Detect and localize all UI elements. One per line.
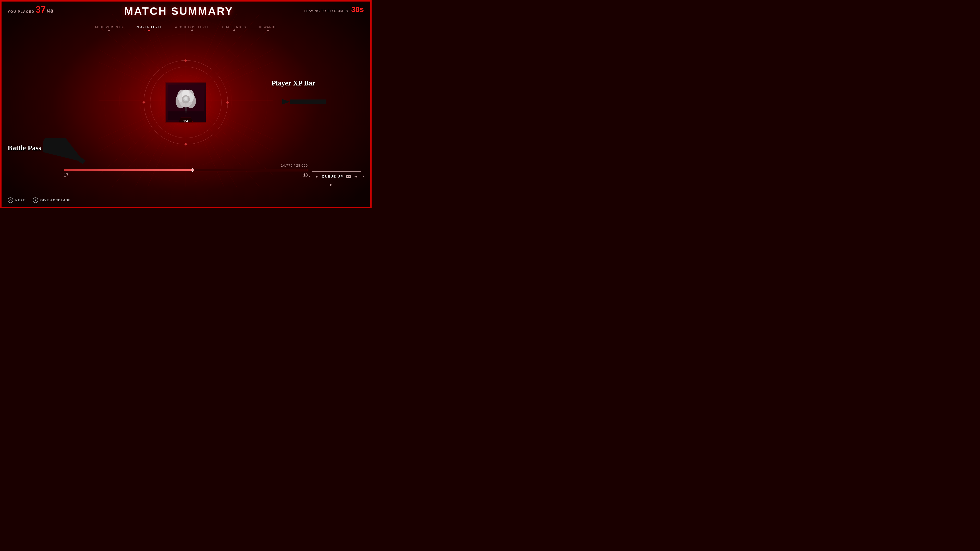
next-icon <box>8 197 13 203</box>
queue-btn-dots-right: · ◆ <box>354 175 357 178</box>
queue-btn-text: QUEUE UP <box>322 175 343 178</box>
tab-achievements[interactable]: ACHIEVEMENTS <box>95 25 123 31</box>
player-icon: 19 <box>165 82 206 123</box>
nav-tabs: ACHIEVEMENTS PLAYER LEVEL ARCHETYPE LEVE… <box>0 25 372 31</box>
placement-total: /40 <box>47 9 53 14</box>
bottom-controls: NEXT GIVE ACCOLADE <box>8 197 71 203</box>
xp-separator: / <box>294 164 296 167</box>
placement-label: YOU PLACED <box>8 10 35 14</box>
xp-level-end: 18 <box>303 173 308 178</box>
xp-values: 14,776 / 28,000 <box>64 164 308 167</box>
next-button[interactable]: NEXT <box>8 197 25 203</box>
tab-archetype-level[interactable]: ARCHETYPE LEVEL <box>175 25 210 31</box>
tab-rewards[interactable]: REWARDS <box>259 25 277 31</box>
xp-bar-area: 14,776 / 28,000 17 18 <box>64 164 308 178</box>
queue-btn-badge: R1 <box>346 175 352 178</box>
tab-dot-player-level <box>148 29 150 32</box>
triangle-icon <box>35 199 37 202</box>
match-title-text: MATCH SUMMARY <box>53 5 304 17</box>
xp-labels: 17 18 <box>64 173 308 178</box>
player-level-badge: 19 <box>179 118 193 123</box>
top-bar: YOU PLACED 37 /40 MATCH SUMMARY LEAVING … <box>0 5 372 17</box>
give-accolade-icon <box>33 197 38 203</box>
tab-challenges[interactable]: CHALLENGES <box>222 25 246 31</box>
placement-info: YOU PLACED 37 /40 <box>8 5 53 14</box>
tab-dot-rewards <box>267 29 269 32</box>
xp-current: 14,776 <box>281 164 293 167</box>
circle-inner: 19 <box>150 67 221 138</box>
queue-btn-dots-left: ◆ · <box>316 175 319 178</box>
next-label: NEXT <box>15 198 25 202</box>
xp-fill <box>64 169 192 171</box>
xp-track <box>64 169 308 171</box>
center-player-area: 19 <box>144 60 228 144</box>
match-title: MATCH SUMMARY <box>53 5 304 17</box>
leaving-label: LEAVING TO ELYSIUM IN: <box>304 9 350 13</box>
xp-total: 28,000 <box>296 164 308 167</box>
tab-dot-archetype-level <box>191 29 193 32</box>
queue-up-button[interactable]: ◆ · QUEUE UP R1 · ◆ <box>309 171 364 181</box>
give-accolade-label: GIVE ACCOLADE <box>40 198 71 202</box>
xp-level-start: 17 <box>64 173 68 178</box>
tab-player-level[interactable]: PLAYER LEVEL <box>136 25 162 31</box>
leaving-timer: 38s <box>351 5 364 14</box>
tab-dot-achievements <box>108 29 110 32</box>
tab-dot-challenges <box>233 29 235 32</box>
next-icon-inner <box>10 199 11 201</box>
svg-point-30 <box>184 97 187 100</box>
placement-number: 37 <box>35 5 46 14</box>
give-accolade-button[interactable]: GIVE ACCOLADE <box>33 197 71 203</box>
circle-outer: 19 <box>144 60 228 144</box>
leaving-info: LEAVING TO ELYSIUM IN: 38s <box>304 5 364 14</box>
